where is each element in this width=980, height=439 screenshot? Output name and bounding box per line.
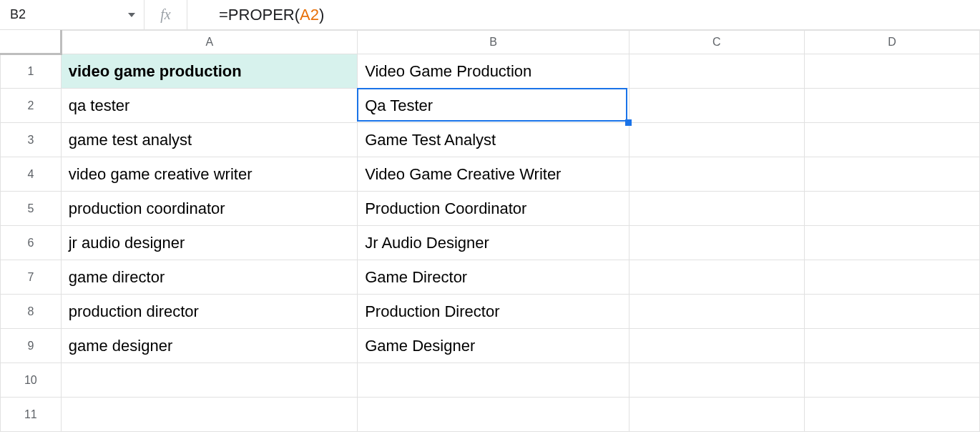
row-header-6[interactable]: 6 (1, 226, 62, 260)
cell-A8[interactable]: production director (61, 295, 357, 329)
row-header-5[interactable]: 5 (1, 192, 62, 226)
cell-D11[interactable] (804, 398, 979, 432)
column-header-B[interactable]: B (358, 31, 629, 54)
name-box[interactable]: B2 (0, 0, 123, 29)
row-header-9[interactable]: 9 (1, 329, 62, 363)
table-row: 9 game designer Game Designer (1, 329, 980, 363)
cell-B5[interactable]: Production Coordinator (358, 192, 629, 226)
cell-A4[interactable]: video game creative writer (61, 157, 357, 192)
cell-C10[interactable] (629, 363, 804, 398)
cell-D5[interactable] (804, 192, 979, 226)
cell-B1[interactable]: Video Game Production (358, 54, 629, 89)
table-row: 5 production coordinator Production Coor… (1, 192, 980, 226)
cell-A1[interactable]: video game production (61, 54, 357, 89)
row-header-1[interactable]: 1 (1, 54, 62, 89)
cell-D7[interactable] (804, 260, 979, 295)
table-row: 1 video game production Video Game Produ… (1, 54, 980, 89)
cell-A6[interactable]: jr audio designer (61, 226, 357, 260)
row-header-11[interactable]: 11 (1, 398, 62, 432)
cell-B2[interactable]: Qa Tester (358, 89, 629, 123)
cell-C5[interactable] (629, 192, 804, 226)
table-row: 10 (1, 363, 980, 398)
cell-D3[interactable] (804, 123, 979, 157)
cell-D6[interactable] (804, 226, 979, 260)
cell-A5[interactable]: production coordinator (61, 192, 357, 226)
row-header-3[interactable]: 3 (1, 123, 62, 157)
select-all-corner[interactable] (1, 31, 62, 54)
row-header-10[interactable]: 10 (1, 363, 62, 398)
cell-A7[interactable]: game director (61, 260, 357, 295)
cell-C6[interactable] (629, 226, 804, 260)
table-row: 3 game test analyst Game Test Analyst (1, 123, 980, 157)
cell-B10[interactable] (358, 363, 629, 398)
table-row: 6 jr audio designer Jr Audio Designer (1, 226, 980, 260)
row-header-7[interactable]: 7 (1, 260, 62, 295)
name-box-dropdown-icon[interactable] (123, 0, 144, 29)
cell-C9[interactable] (629, 329, 804, 363)
formula-prefix: =PROPER (219, 6, 295, 24)
table-row: 2 qa tester Qa Tester (1, 89, 980, 123)
row-header-8[interactable]: 8 (1, 295, 62, 329)
cell-D8[interactable] (804, 295, 979, 329)
row-header-4[interactable]: 4 (1, 157, 62, 192)
column-header-row: A B C D (1, 31, 980, 54)
table-row: 4 video game creative writer Video Game … (1, 157, 980, 192)
cell-B7[interactable]: Game Director (358, 260, 629, 295)
cell-B8[interactable]: Production Director (358, 295, 629, 329)
cell-C4[interactable] (629, 157, 804, 192)
cell-A9[interactable]: game designer (61, 329, 357, 363)
cell-D4[interactable] (804, 157, 979, 192)
cell-C1[interactable] (629, 54, 804, 89)
formula-bar: B2 fx =PROPER(A2) (0, 0, 980, 30)
cell-B6[interactable]: Jr Audio Designer (358, 226, 629, 260)
formula-cell-ref: A2 (300, 6, 319, 24)
cell-C7[interactable] (629, 260, 804, 295)
cell-D1[interactable] (804, 54, 979, 89)
cell-B4[interactable]: Video Game Creative Writer (358, 157, 629, 192)
table-row: 8 production director Production Directo… (1, 295, 980, 329)
spreadsheet-grid[interactable]: A B C D 1 video game production Video Ga… (0, 30, 980, 432)
cell-D2[interactable] (804, 89, 979, 123)
cell-C3[interactable] (629, 123, 804, 157)
cell-D10[interactable] (804, 363, 979, 398)
column-header-D[interactable]: D (804, 31, 979, 54)
column-header-C[interactable]: C (629, 31, 804, 54)
column-header-A[interactable]: A (61, 31, 357, 54)
cell-A10[interactable] (61, 363, 357, 398)
active-cell-fill-handle[interactable] (625, 119, 632, 126)
formula-input[interactable]: =PROPER(A2) (187, 0, 980, 29)
cell-A2[interactable]: qa tester (61, 89, 357, 123)
cell-A3[interactable]: game test analyst (61, 123, 357, 157)
cell-B3[interactable]: Game Test Analyst (358, 123, 629, 157)
table-row: 7 game director Game Director (1, 260, 980, 295)
row-header-2[interactable]: 2 (1, 89, 62, 123)
cell-C8[interactable] (629, 295, 804, 329)
cell-C2[interactable] (629, 89, 804, 123)
fx-label: fx (144, 0, 187, 29)
cell-A11[interactable] (61, 398, 357, 432)
cell-C11[interactable] (629, 398, 804, 432)
formula-close-paren: ) (319, 6, 324, 24)
formula-open-paren: ( (295, 6, 300, 24)
cell-B11[interactable] (358, 398, 629, 432)
cell-D9[interactable] (804, 329, 979, 363)
cell-B9[interactable]: Game Designer (358, 329, 629, 363)
table-row: 11 (1, 398, 980, 432)
